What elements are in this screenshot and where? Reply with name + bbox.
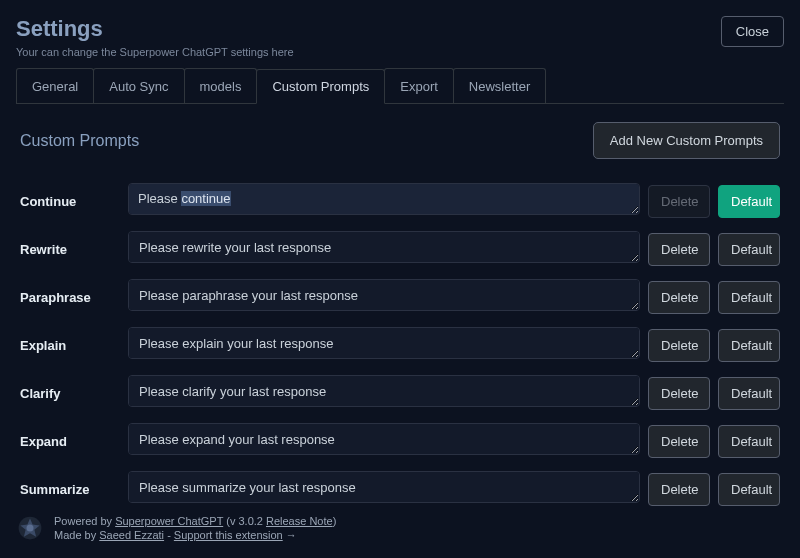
prompt-label: Expand: [20, 434, 120, 449]
footer: Powered by Superpower ChatGPT (v 3.0.2 R…: [16, 506, 784, 542]
content-scroll[interactable]: Custom Prompts Add New Custom Prompts Co…: [16, 104, 784, 506]
prompt-input[interactable]: [128, 471, 640, 503]
delete-button[interactable]: Delete: [648, 329, 710, 362]
author-link[interactable]: Saeed Ezzati: [99, 529, 164, 541]
prompt-row: ParaphraseDeleteDefault: [20, 279, 780, 315]
prompt-row: ContinuePlease continueDeleteDefault: [20, 183, 780, 219]
delete-button[interactable]: Delete: [648, 425, 710, 458]
prompt-row: ExplainDeleteDefault: [20, 327, 780, 363]
default-button[interactable]: Default: [718, 233, 780, 266]
delete-button[interactable]: Delete: [648, 281, 710, 314]
prompt-label: Explain: [20, 338, 120, 353]
add-custom-prompt-button[interactable]: Add New Custom Prompts: [593, 122, 780, 159]
prompt-input[interactable]: [128, 327, 640, 359]
close-button[interactable]: Close: [721, 16, 784, 47]
prompt-label: Continue: [20, 194, 120, 209]
prompt-label: Summarize: [20, 482, 120, 497]
tab-models[interactable]: models: [184, 68, 258, 103]
tab-custom-prompts[interactable]: Custom Prompts: [256, 69, 385, 104]
default-button[interactable]: Default: [718, 425, 780, 458]
support-link[interactable]: Support this extension: [174, 529, 283, 541]
prompt-label: Paraphrase: [20, 290, 120, 305]
prompt-input[interactable]: [128, 375, 640, 407]
delete-button[interactable]: Delete: [648, 233, 710, 266]
prompt-input[interactable]: [128, 183, 640, 215]
page-subtitle: Your can change the Superpower ChatGPT s…: [16, 46, 294, 58]
default-button[interactable]: Default: [718, 473, 780, 506]
prompt-input[interactable]: [128, 423, 640, 455]
svg-point-1: [27, 525, 34, 532]
prompt-label: Rewrite: [20, 242, 120, 257]
prompt-input[interactable]: [128, 231, 640, 263]
tab-export[interactable]: Export: [384, 68, 454, 103]
default-button[interactable]: Default: [718, 185, 780, 218]
delete-button[interactable]: Delete: [648, 377, 710, 410]
release-note-link[interactable]: Release Note: [266, 515, 333, 527]
tab-auto-sync[interactable]: Auto Sync: [93, 68, 184, 103]
page-title: Settings: [16, 16, 294, 42]
prompt-row: RewriteDeleteDefault: [20, 231, 780, 267]
tab-newsletter[interactable]: Newsletter: [453, 68, 546, 103]
prompt-input[interactable]: [128, 279, 640, 311]
tabs-bar: GeneralAuto SyncmodelsCustom PromptsExpo…: [16, 68, 784, 104]
default-button[interactable]: Default: [718, 281, 780, 314]
powered-by-link[interactable]: Superpower ChatGPT: [115, 515, 223, 527]
footer-line-2: Made by Saeed Ezzati - Support this exte…: [54, 529, 336, 541]
prompt-row: ExpandDeleteDefault: [20, 423, 780, 459]
footer-line-1: Powered by Superpower ChatGPT (v 3.0.2 R…: [54, 515, 336, 527]
delete-button: Delete: [648, 185, 710, 218]
default-button[interactable]: Default: [718, 329, 780, 362]
delete-button[interactable]: Delete: [648, 473, 710, 506]
extension-logo-icon: [16, 514, 44, 542]
prompt-label: Clarify: [20, 386, 120, 401]
tab-general[interactable]: General: [16, 68, 94, 103]
prompt-row: ClarifyDeleteDefault: [20, 375, 780, 411]
prompt-row: SummarizeDeleteDefault: [20, 471, 780, 506]
section-title: Custom Prompts: [20, 132, 139, 150]
default-button[interactable]: Default: [718, 377, 780, 410]
